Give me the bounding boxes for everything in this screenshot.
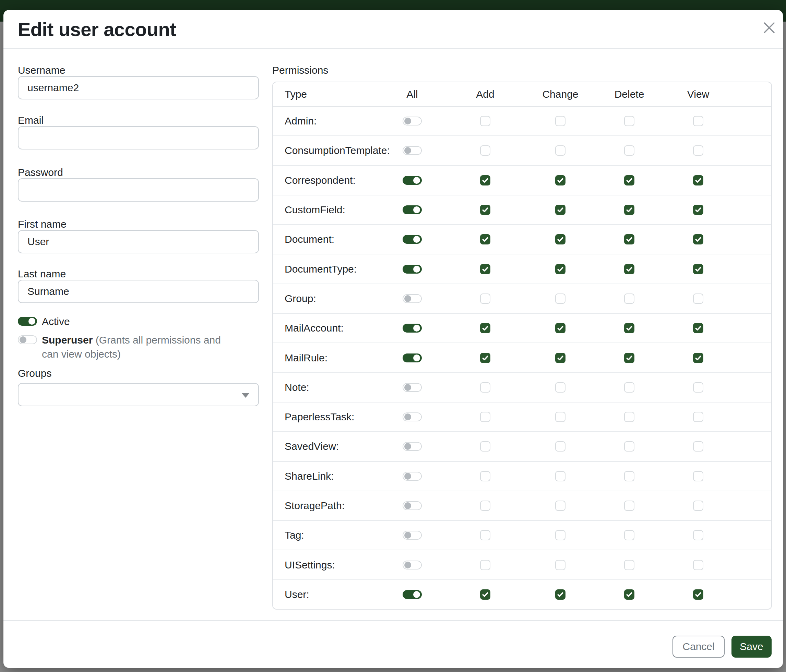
delete-checkbox[interactable] (624, 353, 634, 363)
all-toggle[interactable] (402, 472, 422, 481)
all-toggle[interactable] (402, 235, 422, 244)
last-name-input[interactable] (18, 280, 259, 303)
change-checkbox[interactable] (555, 294, 566, 304)
permission-row: MailRule: (273, 343, 771, 373)
view-checkbox[interactable] (693, 560, 703, 570)
all-toggle[interactable] (402, 294, 422, 303)
superuser-toggle[interactable] (18, 335, 37, 344)
view-checkbox[interactable] (693, 441, 703, 452)
email-input[interactable] (18, 126, 259, 149)
password-input[interactable] (18, 178, 259, 202)
change-checkbox[interactable] (555, 501, 566, 511)
delete-checkbox[interactable] (624, 589, 634, 600)
delete-checkbox[interactable] (624, 501, 634, 511)
add-checkbox[interactable] (480, 205, 490, 215)
view-checkbox[interactable] (693, 175, 703, 185)
add-checkbox[interactable] (480, 145, 490, 155)
delete-checkbox[interactable] (624, 264, 634, 274)
delete-checkbox[interactable] (624, 382, 634, 393)
all-toggle[interactable] (402, 501, 422, 510)
add-checkbox[interactable] (480, 264, 490, 274)
first-name-input[interactable] (18, 230, 259, 253)
add-checkbox[interactable] (480, 323, 490, 333)
add-checkbox[interactable] (480, 234, 490, 245)
change-checkbox[interactable] (555, 353, 566, 363)
delete-checkbox[interactable] (624, 145, 634, 155)
all-toggle[interactable] (402, 206, 422, 214)
view-checkbox[interactable] (693, 264, 703, 274)
add-checkbox[interactable] (480, 441, 490, 452)
dialog-header: Edit user account (3, 10, 783, 49)
view-checkbox[interactable] (693, 412, 703, 422)
change-checkbox[interactable] (555, 589, 566, 600)
close-button[interactable] (759, 19, 779, 38)
add-checkbox[interactable] (480, 116, 490, 126)
add-checkbox[interactable] (480, 560, 490, 570)
change-checkbox[interactable] (555, 382, 566, 393)
active-toggle[interactable] (18, 317, 37, 326)
save-button[interactable]: Save (731, 636, 772, 658)
cancel-button[interactable]: Cancel (673, 636, 725, 658)
add-checkbox[interactable] (480, 382, 490, 393)
add-checkbox[interactable] (480, 175, 490, 185)
username-input[interactable] (18, 76, 259, 99)
change-checkbox[interactable] (555, 323, 566, 333)
add-checkbox[interactable] (480, 501, 490, 511)
column-header-view: View (687, 88, 709, 100)
change-checkbox[interactable] (555, 530, 566, 540)
all-toggle[interactable] (402, 413, 422, 421)
delete-checkbox[interactable] (624, 294, 634, 304)
all-toggle[interactable] (402, 116, 422, 126)
view-checkbox[interactable] (693, 382, 703, 393)
view-checkbox[interactable] (693, 323, 703, 333)
add-checkbox[interactable] (480, 530, 490, 540)
change-checkbox[interactable] (555, 116, 566, 126)
delete-checkbox[interactable] (624, 205, 634, 215)
delete-checkbox[interactable] (624, 234, 634, 245)
all-toggle[interactable] (402, 323, 422, 333)
add-checkbox[interactable] (480, 412, 490, 422)
change-checkbox[interactable] (555, 560, 566, 570)
change-checkbox[interactable] (555, 412, 566, 422)
view-checkbox[interactable] (693, 530, 703, 540)
groups-select[interactable] (18, 383, 259, 406)
view-checkbox[interactable] (693, 353, 703, 363)
view-checkbox[interactable] (693, 205, 703, 215)
delete-checkbox[interactable] (624, 323, 634, 333)
delete-checkbox[interactable] (624, 412, 634, 422)
change-checkbox[interactable] (555, 264, 566, 274)
change-checkbox[interactable] (555, 205, 566, 215)
view-checkbox[interactable] (693, 294, 703, 304)
view-checkbox[interactable] (693, 501, 703, 511)
add-checkbox[interactable] (480, 589, 490, 600)
delete-checkbox[interactable] (624, 560, 634, 570)
view-checkbox[interactable] (693, 471, 703, 481)
delete-checkbox[interactable] (624, 175, 634, 185)
delete-checkbox[interactable] (624, 471, 634, 481)
change-checkbox[interactable] (555, 234, 566, 245)
all-toggle[interactable] (402, 442, 422, 451)
all-toggle[interactable] (402, 531, 422, 540)
delete-checkbox[interactable] (624, 441, 634, 452)
change-checkbox[interactable] (555, 471, 566, 481)
all-toggle[interactable] (402, 265, 422, 273)
view-checkbox[interactable] (693, 589, 703, 600)
view-checkbox[interactable] (693, 116, 703, 126)
delete-checkbox[interactable] (624, 116, 634, 126)
all-toggle[interactable] (402, 353, 422, 363)
view-checkbox[interactable] (693, 145, 703, 155)
all-toggle[interactable] (402, 590, 422, 599)
add-checkbox[interactable] (480, 471, 490, 481)
change-checkbox[interactable] (555, 175, 566, 185)
all-toggle[interactable] (402, 146, 422, 155)
change-checkbox[interactable] (555, 145, 566, 155)
add-checkbox[interactable] (480, 353, 490, 363)
delete-checkbox[interactable] (624, 530, 634, 540)
all-toggle[interactable] (402, 561, 422, 570)
all-toggle[interactable] (402, 176, 422, 185)
change-checkbox[interactable] (555, 441, 566, 452)
permission-row: Tag: (273, 521, 771, 550)
add-checkbox[interactable] (480, 294, 490, 304)
all-toggle[interactable] (402, 383, 422, 392)
view-checkbox[interactable] (693, 234, 703, 245)
